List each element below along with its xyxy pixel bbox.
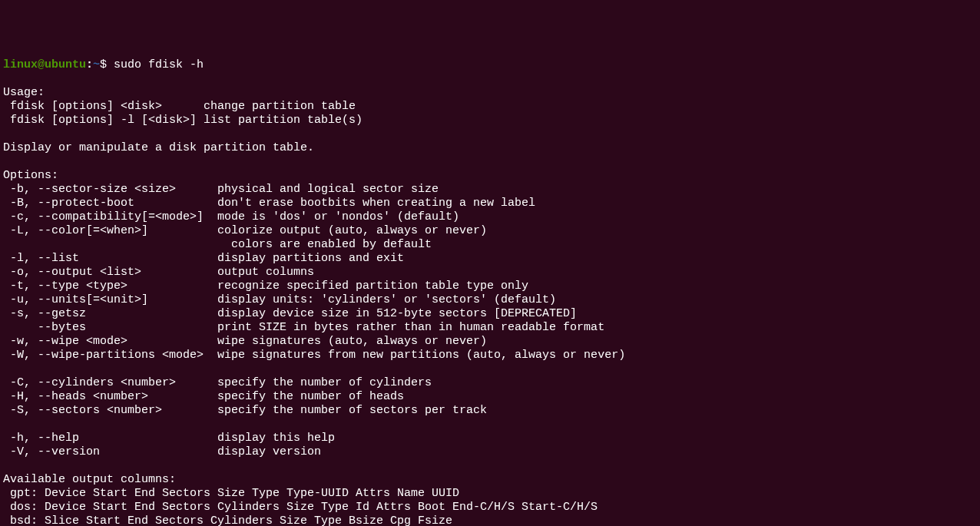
option-line: -l, --list display partitions and exit [3, 252, 404, 265]
description-line: Display or manipulate a disk partition t… [3, 141, 314, 154]
avail-header: Available output columns: [3, 473, 176, 486]
column-line: dos: Device Start End Sectors Cylinders … [3, 501, 598, 514]
usage-line: fdisk [options] -l [<disk>] list partiti… [3, 114, 363, 127]
terminal-window[interactable]: linux@ubuntu:~$ sudo fdisk -h Usage: fdi… [3, 58, 977, 526]
option-line: -h, --help display this help [3, 432, 335, 445]
usage-line: fdisk [options] <disk> change partition … [3, 100, 356, 113]
option-line: -L, --color[=<when>] colorize output (au… [3, 224, 487, 237]
prompt-colon: : [86, 58, 93, 71]
options-header: Options: [3, 169, 58, 182]
option-line: -B, --protect-boot don't erase bootbits … [3, 197, 535, 210]
option-line: -S, --sectors <number> specify the numbe… [3, 404, 487, 417]
option-line: -w, --wipe <mode> wipe signatures (auto,… [3, 335, 487, 348]
option-line: -u, --units[=<unit>] display units: 'cyl… [3, 293, 556, 306]
option-line: -c, --compatibility[=<mode>] mode is 'do… [3, 210, 459, 223]
prompt-path: ~ [93, 58, 100, 71]
option-line: -V, --version display version [3, 445, 321, 458]
option-line: -C, --cylinders <number> specify the num… [3, 376, 432, 389]
column-line: gpt: Device Start End Sectors Size Type … [3, 487, 459, 500]
option-line: -o, --output <list> output columns [3, 266, 314, 279]
option-line: -t, --type <type> recognize specified pa… [3, 280, 528, 293]
option-line: -W, --wipe-partitions <mode> wipe signat… [3, 349, 625, 362]
option-line: -b, --sector-size <size> physical and lo… [3, 183, 439, 196]
prompt-dollar: $ [100, 58, 107, 71]
usage-header: Usage: [3, 86, 45, 99]
prompt-host: ubuntu [45, 58, 86, 71]
prompt-user: linux [3, 58, 38, 71]
prompt-at: @ [38, 58, 45, 71]
option-line: --bytes print SIZE in bytes rather than … [3, 321, 604, 334]
command-text: sudo fdisk -h [107, 58, 204, 71]
option-line: -s, --getsz display device size in 512-b… [3, 307, 577, 320]
column-line: bsd: Slice Start End Sectors Cylinders S… [3, 514, 452, 526]
option-line: -H, --heads <number> specify the number … [3, 390, 404, 403]
option-line: colors are enabled by default [3, 238, 432, 251]
